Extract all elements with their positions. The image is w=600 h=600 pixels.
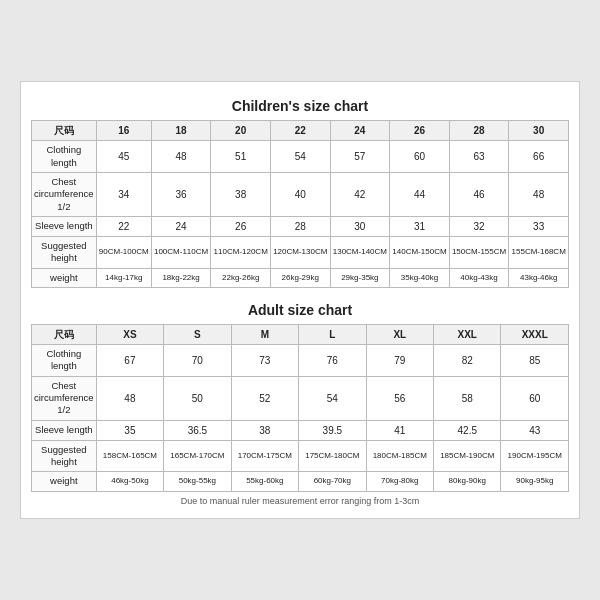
children-cell-0-7: 66 xyxy=(509,141,569,173)
children-cell-0-3: 54 xyxy=(270,141,330,173)
adult-cell-0-0: 67 xyxy=(96,345,163,377)
adult-row-label-3: Suggested height xyxy=(32,440,97,472)
adult-cell-0-6: 85 xyxy=(501,345,569,377)
children-cell-4-6: 40kg-43kg xyxy=(449,268,509,287)
adult-cell-0-1: 70 xyxy=(164,345,231,377)
children-cell-3-7: 155CM-168CM xyxy=(509,236,569,268)
children-col-header-8: 30 xyxy=(509,121,569,141)
children-cell-4-3: 26kg-29kg xyxy=(270,268,330,287)
children-cell-3-2: 110CM-120CM xyxy=(211,236,271,268)
children-table-row: Suggested height90CM-100CM100CM-110CM110… xyxy=(32,236,569,268)
children-chart-title: Children's size chart xyxy=(31,92,569,120)
adult-col-header-4: L xyxy=(299,325,366,345)
adult-cell-3-1: 165CM-170CM xyxy=(164,440,231,472)
children-row-label-0: Clothing length xyxy=(32,141,97,173)
adult-cell-2-5: 42.5 xyxy=(434,420,501,440)
children-col-header-6: 26 xyxy=(390,121,450,141)
adult-cell-4-3: 60kg-70kg xyxy=(299,472,366,491)
children-cell-4-4: 29kg-35kg xyxy=(330,268,390,287)
adult-cell-1-0: 48 xyxy=(96,376,163,420)
children-cell-2-6: 32 xyxy=(449,216,509,236)
children-col-header-5: 24 xyxy=(330,121,390,141)
adult-col-header-5: XL xyxy=(366,325,433,345)
adult-cell-2-0: 35 xyxy=(96,420,163,440)
children-col-header-2: 18 xyxy=(151,121,211,141)
children-col-header-4: 22 xyxy=(270,121,330,141)
children-cell-1-5: 44 xyxy=(390,172,450,216)
children-cell-2-1: 24 xyxy=(151,216,211,236)
adult-row-label-1: Chest circumference 1/2 xyxy=(32,376,97,420)
children-cell-3-6: 150CM-155CM xyxy=(449,236,509,268)
adult-row-label-4: weight xyxy=(32,472,97,491)
adult-table-row: Chest circumference 1/248505254565860 xyxy=(32,376,569,420)
children-cell-4-5: 35kg-40kg xyxy=(390,268,450,287)
children-cell-0-5: 60 xyxy=(390,141,450,173)
children-cell-3-0: 90CM-100CM xyxy=(96,236,151,268)
adult-cell-4-6: 90kg-95kg xyxy=(501,472,569,491)
children-cell-2-7: 33 xyxy=(509,216,569,236)
children-table-row: Sleeve length2224262830313233 xyxy=(32,216,569,236)
adult-cell-3-3: 175CM-180CM xyxy=(299,440,366,472)
adult-cell-2-6: 43 xyxy=(501,420,569,440)
adult-table-row: weight46kg-50kg50kg-55kg55kg-60kg60kg-70… xyxy=(32,472,569,491)
adult-cell-2-1: 36.5 xyxy=(164,420,231,440)
children-cell-1-2: 38 xyxy=(211,172,271,216)
adult-cell-4-4: 70kg-80kg xyxy=(366,472,433,491)
adult-cell-4-0: 46kg-50kg xyxy=(96,472,163,491)
children-cell-2-5: 31 xyxy=(390,216,450,236)
adult-cell-3-0: 158CM-165CM xyxy=(96,440,163,472)
adult-cell-1-1: 50 xyxy=(164,376,231,420)
adult-cell-2-3: 39.5 xyxy=(299,420,366,440)
children-cell-2-4: 30 xyxy=(330,216,390,236)
children-cell-4-1: 18kg-22kg xyxy=(151,268,211,287)
children-cell-0-0: 45 xyxy=(96,141,151,173)
adult-cell-3-5: 185CM-190CM xyxy=(434,440,501,472)
adult-col-header-2: S xyxy=(164,325,231,345)
adult-cell-1-4: 56 xyxy=(366,376,433,420)
adult-table-row: Sleeve length3536.53839.54142.543 xyxy=(32,420,569,440)
adult-cell-0-2: 73 xyxy=(231,345,298,377)
adult-cell-4-1: 50kg-55kg xyxy=(164,472,231,491)
children-cell-2-2: 26 xyxy=(211,216,271,236)
adult-cell-1-3: 54 xyxy=(299,376,366,420)
adult-col-header-0: 尺码 xyxy=(32,325,97,345)
children-cell-4-0: 14kg-17kg xyxy=(96,268,151,287)
children-cell-2-0: 22 xyxy=(96,216,151,236)
children-cell-1-7: 48 xyxy=(509,172,569,216)
children-table-row: Clothing length4548515457606366 xyxy=(32,141,569,173)
children-row-label-2: Sleeve length xyxy=(32,216,97,236)
children-table: 尺码1618202224262830 Clothing length454851… xyxy=(31,120,569,288)
children-cell-3-1: 100CM-110CM xyxy=(151,236,211,268)
children-cell-1-6: 46 xyxy=(449,172,509,216)
children-col-header-0: 尺码 xyxy=(32,121,97,141)
size-chart-container: Children's size chart 尺码1618202224262830… xyxy=(20,81,580,519)
children-header-row: 尺码1618202224262830 xyxy=(32,121,569,141)
children-cell-1-4: 42 xyxy=(330,172,390,216)
adult-header-row: 尺码XSSMLXLXXLXXXL xyxy=(32,325,569,345)
adult-cell-3-6: 190CM-195CM xyxy=(501,440,569,472)
adult-cell-3-4: 180CM-185CM xyxy=(366,440,433,472)
adult-cell-4-2: 55kg-60kg xyxy=(231,472,298,491)
adult-cell-4-5: 80kg-90kg xyxy=(434,472,501,491)
adult-cell-1-6: 60 xyxy=(501,376,569,420)
children-table-row: weight14kg-17kg18kg-22kg22kg-26kg26kg-29… xyxy=(32,268,569,287)
children-row-label-3: Suggested height xyxy=(32,236,97,268)
children-cell-0-2: 51 xyxy=(211,141,271,173)
footnote: Due to manual ruler measurement error ra… xyxy=(31,492,569,508)
children-cell-0-4: 57 xyxy=(330,141,390,173)
adult-table: 尺码XSSMLXLXXLXXXL Clothing length67707376… xyxy=(31,324,569,492)
children-cell-1-3: 40 xyxy=(270,172,330,216)
children-table-row: Chest circumference 1/23436384042444648 xyxy=(32,172,569,216)
adult-cell-3-2: 170CM-175CM xyxy=(231,440,298,472)
children-col-header-3: 20 xyxy=(211,121,271,141)
children-cell-4-7: 43kg-46kg xyxy=(509,268,569,287)
children-row-label-4: weight xyxy=(32,268,97,287)
adult-cell-1-2: 52 xyxy=(231,376,298,420)
children-cell-0-6: 63 xyxy=(449,141,509,173)
adult-cell-1-5: 58 xyxy=(434,376,501,420)
children-col-header-7: 28 xyxy=(449,121,509,141)
adult-row-label-0: Clothing length xyxy=(32,345,97,377)
children-cell-1-0: 34 xyxy=(96,172,151,216)
children-cell-3-5: 140CM-150CM xyxy=(390,236,450,268)
adult-col-header-3: M xyxy=(231,325,298,345)
